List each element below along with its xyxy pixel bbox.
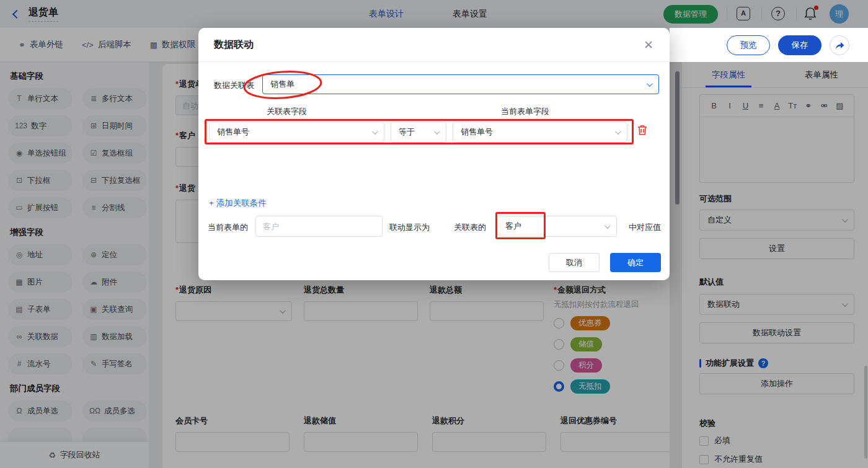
data-linkage-modal: 数据联动 ✕ 数据关联表 销售单 关联表字段 当前表单字段 销售单号 等于 销售… <box>198 28 670 280</box>
save-button[interactable]: 保存 <box>778 35 822 55</box>
confirm-button[interactable]: 确定 <box>610 253 661 272</box>
modal-title: 数据联动 <box>214 38 254 51</box>
relation-table-select[interactable]: 销售单 <box>262 74 659 94</box>
current-form-field-select[interactable]: 销售单号 <box>453 121 627 143</box>
current-form-prefix: 当前表单的 <box>208 222 248 233</box>
linkage-display-label: 联动显示为 <box>389 222 430 233</box>
chevron-down-icon <box>647 81 653 87</box>
relation-table-value: 销售单 <box>270 79 294 90</box>
display-field-input[interactable] <box>255 216 383 237</box>
operator-value: 等于 <box>399 126 415 138</box>
preview-button[interactable]: 预览 <box>727 35 770 55</box>
chevron-down-icon <box>372 128 378 135</box>
share-icon[interactable] <box>830 35 849 55</box>
chevron-down-icon <box>615 128 621 135</box>
add-condition-link[interactable]: + 添加关联条件 <box>209 198 267 209</box>
column-header-current-field: 当前表单字段 <box>501 106 549 117</box>
cancel-button[interactable]: 取消 <box>549 253 600 272</box>
chevron-down-icon <box>604 223 611 229</box>
delete-condition-icon[interactable] <box>637 125 647 138</box>
column-header-relation-field: 关联表字段 <box>267 106 307 117</box>
linkage-source-field-value: 客户 <box>505 221 521 232</box>
relation-field-value: 销售单号 <box>217 126 249 138</box>
current-form-field-value: 销售单号 <box>461 126 493 138</box>
operator-select[interactable]: 等于 <box>391 121 446 143</box>
relation-field-select[interactable]: 销售单号 <box>209 121 384 143</box>
relation-table-prefix: 关联表的 <box>454 222 486 233</box>
form-actions: 预览 保存 <box>670 28 868 62</box>
corresponding-value-suffix: 中对应值 <box>629 222 661 233</box>
chevron-down-icon <box>434 128 440 135</box>
modal-header: 数据联动 <box>198 28 670 62</box>
relation-table-label: 数据关联表 <box>214 80 254 91</box>
linkage-source-field-select[interactable]: 客户 <box>497 216 617 237</box>
close-icon[interactable]: ✕ <box>644 38 653 52</box>
